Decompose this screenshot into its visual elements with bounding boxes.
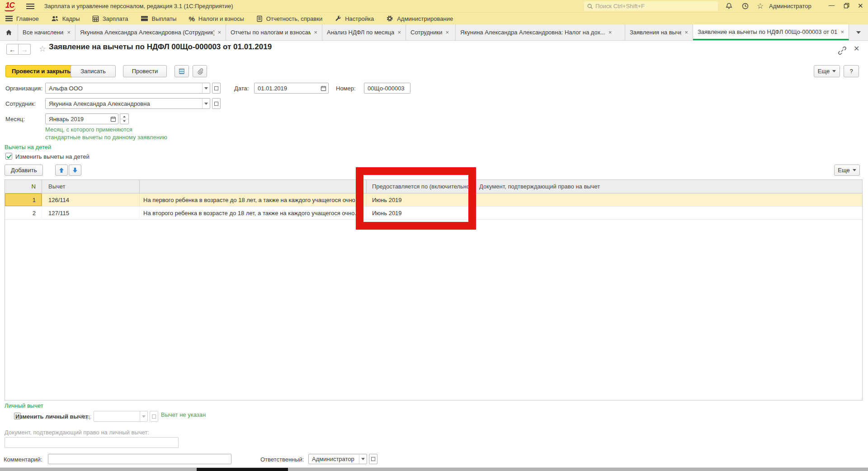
- post-button[interactable]: Провести: [123, 65, 167, 77]
- org-combo[interactable]: Альфа ООО: [45, 83, 210, 94]
- close-window-icon[interactable]: ✕: [858, 2, 863, 10]
- dropdown-arrow-icon[interactable]: [359, 454, 367, 464]
- 1c-logo-icon[interactable]: 1С: [5, 1, 15, 11]
- stepper-up-icon[interactable]: [120, 114, 128, 119]
- forward-button[interactable]: →: [19, 44, 31, 55]
- help-button[interactable]: ?: [844, 65, 859, 77]
- history-icon[interactable]: [741, 2, 749, 10]
- cell-document[interactable]: [475, 193, 862, 206]
- tab-close-icon[interactable]: [684, 29, 688, 35]
- cell-description[interactable]: На второго ребенка в возрасте до 18 лет,…: [140, 207, 367, 219]
- tab-close-icon[interactable]: [217, 29, 221, 35]
- tab-sotrudniki[interactable]: Сотрудники: [406, 24, 456, 40]
- chevron-down-icon: [856, 31, 861, 36]
- current-user[interactable]: Администратор: [769, 3, 811, 9]
- tab-close-icon[interactable]: [67, 29, 71, 35]
- menu-item-glavnoe[interactable]: Главное: [5, 15, 39, 22]
- register-records-button[interactable]: [175, 65, 189, 77]
- restore-window-icon[interactable]: [844, 3, 849, 9]
- responsible-combo[interactable]: Администратор: [308, 454, 367, 464]
- tab-close-icon[interactable]: [397, 29, 401, 35]
- stepper-down-icon[interactable]: [120, 119, 128, 124]
- cell-n[interactable]: 2: [5, 207, 42, 219]
- favorites-star-icon[interactable]: ☆: [757, 1, 764, 11]
- dropdown-arrow-icon[interactable]: [140, 411, 147, 421]
- cell-n[interactable]: 1: [5, 193, 42, 206]
- column-header-until[interactable]: Предоставляется по (включительно): [367, 180, 475, 193]
- global-search[interactable]: [584, 1, 718, 11]
- tab-yakunina-sotrudnik[interactable]: Якунина Александра Александровна (Сотруд…: [75, 24, 226, 40]
- cell-until[interactable]: Июнь 2019: [367, 207, 475, 219]
- cell-code[interactable]: 126/114: [42, 193, 140, 206]
- comment-input[interactable]: [48, 454, 231, 464]
- menu-item-nastroyka[interactable]: Настройка: [335, 15, 374, 22]
- table-row[interactable]: 1 126/114 На первого ребенка в возрасте …: [5, 193, 862, 207]
- table-row[interactable]: 2 127/115 На второго ребенка в возрасте …: [5, 207, 862, 220]
- responsible-open-button[interactable]: [369, 454, 377, 464]
- sections-menu: Главное Кадры Зарплата Выплаты % Налоги …: [0, 12, 868, 24]
- menu-item-kadry[interactable]: Кадры: [51, 15, 80, 22]
- main-menu-icon[interactable]: [26, 4, 34, 9]
- personal-document-label: Документ, подтверждающий право на личный…: [5, 429, 149, 436]
- column-header-description[interactable]: [140, 180, 367, 193]
- tab-close-icon[interactable]: [445, 29, 449, 35]
- dropdown-arrow-icon[interactable]: [202, 83, 210, 93]
- column-header-document[interactable]: Документ, подтверждающий право на вычет: [475, 180, 862, 193]
- add-row-button[interactable]: Добавить: [5, 165, 43, 176]
- open-form-icon: [214, 102, 218, 106]
- search-input[interactable]: [595, 3, 715, 9]
- cell-document[interactable]: [475, 207, 862, 219]
- cell-until[interactable]: Июнь 2019: [367, 193, 475, 206]
- menu-item-otchetnost[interactable]: Отчетность, справки: [256, 15, 322, 22]
- menu-item-zarplata[interactable]: Зарплата: [92, 15, 128, 22]
- date-input[interactable]: 01.01.2019: [254, 83, 329, 94]
- move-row-down-button[interactable]: [69, 165, 81, 176]
- attachments-button[interactable]: [193, 65, 207, 77]
- paperclip-icon: [197, 68, 203, 75]
- post-and-close-button[interactable]: Провести и закрыть: [5, 65, 77, 77]
- cell-description[interactable]: На первого ребенка в возрасте до 18 лет,…: [140, 193, 367, 206]
- favorite-star-icon[interactable]: ☆: [39, 44, 46, 54]
- org-open-button[interactable]: [212, 83, 221, 94]
- minimize-window-icon[interactable]: —: [829, 2, 835, 9]
- menu-item-nalogi[interactable]: % Налоги и взносы: [189, 15, 244, 23]
- tab-zayavlenie-active[interactable]: Заявление на вычеты по НДФЛ 00Що-000003 …: [693, 24, 849, 40]
- get-link-icon[interactable]: [838, 46, 847, 55]
- cell-code[interactable]: 127/115: [42, 207, 140, 219]
- calendar-icon[interactable]: [110, 116, 116, 122]
- close-document-icon[interactable]: ✕: [854, 44, 859, 53]
- personal-document-input[interactable]: [5, 437, 179, 448]
- tabs-overflow-button[interactable]: [849, 24, 868, 40]
- document-more-button[interactable]: Еще: [814, 65, 840, 77]
- tab-close-icon[interactable]: [609, 29, 612, 35]
- tab-vse-nachisleniya[interactable]: Все начисления: [18, 24, 75, 40]
- tab-home[interactable]: [0, 24, 18, 40]
- tab-otchety-po-nalogam[interactable]: Отчеты по налогам и взносам: [226, 24, 322, 40]
- employee-combo[interactable]: Якунина Александра Александровна: [45, 98, 210, 109]
- tab-close-icon[interactable]: [314, 29, 317, 35]
- move-row-up-button[interactable]: [55, 165, 68, 176]
- employee-open-button[interactable]: [212, 98, 221, 109]
- dropdown-arrow-icon[interactable]: [202, 99, 210, 108]
- tab-close-icon[interactable]: [840, 29, 844, 35]
- table-more-button[interactable]: Еще: [834, 165, 860, 176]
- report-icon: [256, 15, 263, 22]
- month-stepper[interactable]: [120, 113, 129, 124]
- back-button[interactable]: ←: [6, 44, 19, 55]
- month-hint-line1: Месяц, с которого применяются: [45, 126, 132, 133]
- menu-item-administrirovanie[interactable]: Администрирование: [386, 15, 453, 22]
- menu-item-vyplaty[interactable]: Выплаты: [141, 15, 177, 22]
- column-header-n[interactable]: N: [5, 180, 42, 193]
- column-header-deduction[interactable]: Вычет: [42, 180, 140, 193]
- tab-analiz-ndfl[interactable]: Анализ НДФЛ по месяцам: [322, 24, 406, 40]
- tab-zayavleniya-na-vychety[interactable]: Заявления на вычеты: [625, 24, 693, 40]
- calendar-icon[interactable]: [321, 85, 326, 91]
- tab-yakunina-nalog[interactable]: Якунина Александра Александровна: Налог …: [456, 24, 625, 40]
- code-combo[interactable]: [94, 411, 148, 422]
- code-open-button[interactable]: [150, 411, 158, 422]
- notifications-bell-icon[interactable]: [725, 2, 733, 10]
- number-input[interactable]: 00Що-000003: [364, 83, 410, 94]
- write-button[interactable]: Записать: [71, 65, 116, 77]
- month-input[interactable]: Январь 2019: [45, 113, 118, 124]
- change-children-checkbox[interactable]: [5, 153, 12, 160]
